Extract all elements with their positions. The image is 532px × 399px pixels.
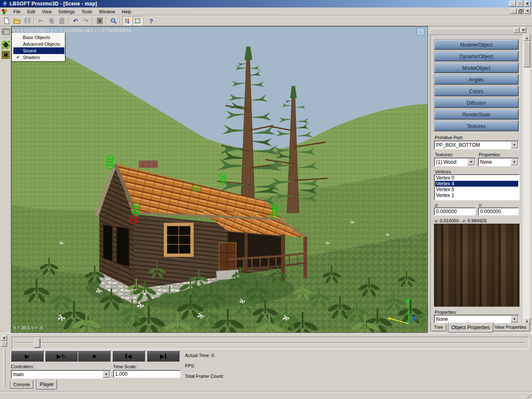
v-value-field[interactable]: 0.000000 (478, 207, 519, 215)
vertex-list-item[interactable]: Vertex 0 (435, 175, 518, 181)
skip-end-button[interactable]: ▶ (147, 350, 180, 362)
mdi-restore-icon[interactable] (517, 8, 524, 14)
chevron-down-icon[interactable]: ▼ (511, 141, 518, 148)
category-renderstate-button[interactable]: RenderState (434, 109, 519, 120)
play-loop-icon: ▶↻ (57, 353, 66, 360)
scene-viewport[interactable]: x = 0.3721704052 y = -1.1015625e-002 z =… (11, 26, 428, 333)
mdi-child-icon (1, 8, 9, 15)
chevron-down-icon[interactable]: ▼ (468, 158, 475, 165)
context-menu-item-shaders[interactable]: ✔ Shaders (13, 54, 64, 61)
category-colors-button[interactable]: Colors (434, 86, 519, 96)
panel-scrollbar[interactable]: ▲ ▼ (524, 34, 530, 325)
resize-grip[interactable] (526, 393, 531, 398)
context-menu-item-base-objects[interactable]: Base Objects (13, 34, 64, 41)
texture-cell-icon[interactable] (1, 40, 10, 49)
scene-tree-icon[interactable] (122, 16, 132, 25)
tab-tree[interactable]: Tree (431, 323, 446, 331)
category-modelobject-button[interactable]: ModelObject (434, 63, 519, 73)
paste-icon[interactable] (57, 16, 66, 25)
v-label: v: (479, 202, 483, 207)
tab-object-properties[interactable]: Object Properties (448, 323, 493, 332)
scroll-up-icon[interactable]: ▲ (524, 34, 530, 41)
close-icon[interactable]: ✕ (524, 1, 531, 7)
play-loop-button[interactable]: ▶↻ (45, 350, 78, 362)
panel-close-icon[interactable]: ✕ (520, 27, 526, 33)
mdi-close-icon[interactable]: ✕ (525, 8, 531, 14)
down-arrow-icon[interactable]: ↓ (417, 28, 424, 35)
cut-icon[interactable]: ✂ (36, 16, 46, 25)
properties-select[interactable]: None▼ (478, 158, 519, 166)
save-icon[interactable] (22, 16, 32, 25)
stop-button[interactable]: ■ (78, 350, 111, 362)
checkmark-icon: ✔ (16, 54, 20, 61)
tab-console[interactable]: Console (10, 380, 33, 389)
properties-bottom-select[interactable]: None▼ (434, 315, 519, 323)
context-menu-item-advanced-objects[interactable]: Advanced Objects (13, 41, 64, 47)
zoom-icon[interactable] (108, 16, 118, 25)
panel-maximize-icon[interactable]: □ (514, 27, 520, 33)
copy-icon[interactable] (47, 16, 56, 25)
play-icon: ▶ (25, 353, 30, 360)
vertices-label: Vertices (435, 169, 451, 174)
category-angles-button[interactable]: Angles (434, 74, 519, 85)
menu-tools[interactable]: Tools (78, 8, 96, 15)
category-textures-button[interactable]: Textures (434, 121, 519, 131)
scrollbar-thumb[interactable] (524, 42, 530, 67)
vertex-list-item-selected[interactable]: Vertex 4 (435, 181, 518, 187)
chevron-down-icon[interactable]: ▼ (511, 315, 518, 323)
open-folder-icon[interactable] (12, 16, 22, 25)
slider-thumb[interactable] (34, 338, 40, 348)
primitive-part-label: Primitive Part: (435, 135, 463, 140)
vertex-list-item[interactable]: Vertex 1 (435, 192, 518, 198)
texture-preview[interactable] (434, 224, 520, 307)
actual-time-label: Actual Time: 0. (185, 353, 215, 358)
maximize-icon[interactable]: □ (517, 1, 523, 7)
scene-3d-canvas (12, 27, 428, 333)
textures-select[interactable]: (1) Wood▼ (434, 158, 475, 166)
play-button[interactable]: ▶ (11, 350, 44, 362)
menu-view[interactable]: View (39, 8, 55, 15)
category-dynamicobject-button[interactable]: DynamicObject (434, 51, 519, 62)
player-close-icon[interactable]: ✕ (1, 335, 7, 341)
palette-window-icon[interactable] (1, 27, 10, 36)
tab-player[interactable]: Player (36, 379, 57, 389)
vertex-list-item[interactable]: Vertex 5 (435, 187, 518, 192)
skip-start-button[interactable]: ◀ (112, 350, 145, 362)
redo-icon[interactable]: ↷ (81, 16, 91, 25)
app-logo-icon (1, 0, 8, 7)
new-document-icon[interactable] (2, 16, 11, 25)
menu-window[interactable]: Window (96, 8, 118, 15)
properties-panel: □ ✕ ModelerObject DynamicObject ModelObj… (428, 26, 532, 333)
toolbar-separator (144, 17, 145, 25)
primitive-part-select[interactable]: PP_BOX_BOTTOM▼ (434, 140, 519, 149)
mdi-minimize-icon[interactable]: _ (510, 8, 517, 14)
chevron-down-icon[interactable]: ▼ (103, 371, 110, 378)
menu-settings[interactable]: Settings (55, 8, 78, 15)
menu-help[interactable]: Help (118, 8, 135, 15)
controllers-select[interactable]: main▼ (11, 370, 111, 379)
toolbar-separator (92, 17, 93, 25)
window-title: LBSOFT Proximo3D - [Scene - map] (10, 1, 97, 7)
chevron-down-icon[interactable]: ▼ (511, 158, 518, 165)
animation-grid-icon[interactable] (95, 16, 104, 25)
panel-grip-handle[interactable] (431, 28, 517, 32)
minimize-icon[interactable]: _ (509, 1, 516, 7)
grid-chip-icon[interactable] (1, 50, 10, 59)
player-grip-handle[interactable] (3, 349, 5, 387)
u-value-field[interactable]: 0.000000 (434, 207, 475, 215)
player-panel: ✕ □ ▶ ▶↻ ■ ◀ ▶ Actual Time: 0. FPS: Tota… (0, 333, 532, 392)
fps-label: FPS: (185, 363, 195, 368)
player-maximize-icon[interactable]: □ (1, 341, 7, 347)
category-diffusion-button[interactable]: Diffusion (434, 98, 519, 108)
context-menu-item-sound[interactable]: Sound (13, 47, 64, 54)
undo-icon[interactable]: ↶ (71, 16, 80, 25)
menu-edit[interactable]: Edit (24, 8, 39, 15)
transform-icon[interactable] (133, 16, 142, 25)
timeline-slider[interactable] (12, 337, 529, 349)
menu-file[interactable]: File (10, 8, 24, 15)
category-modelerobject-button[interactable]: ModelerObject (434, 39, 519, 50)
viewport-status-text: h = 39.5 v = -9. (13, 325, 44, 330)
help-icon[interactable]: ? (146, 16, 156, 25)
tab-view-properties[interactable]: View Properties (491, 323, 530, 331)
time-scale-field[interactable]: 1.000 (113, 370, 180, 378)
